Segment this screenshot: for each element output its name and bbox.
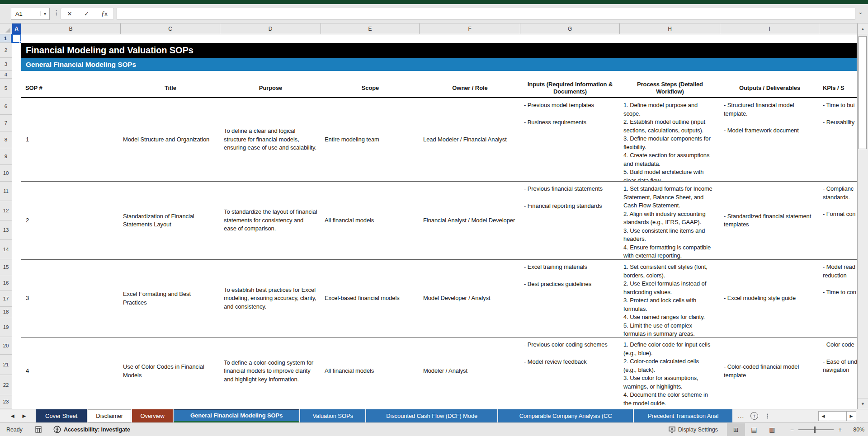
scroll-up-icon[interactable]: ▲ <box>858 23 868 34</box>
column-header-F[interactable]: F <box>420 23 520 34</box>
row-header-10[interactable]: 10 <box>0 165 12 182</box>
cell-outputs[interactable]: - Color-coded financial model template <box>720 338 819 405</box>
row-header-12[interactable]: 12 <box>0 201 12 220</box>
scroll-left-icon[interactable]: ◀ <box>819 414 828 418</box>
column-header-A[interactable]: A <box>12 23 21 34</box>
vertical-scrollbar[interactable]: ▲ ▼ <box>857 23 868 409</box>
cell-kpis[interactable]: - Model read reduction- Time to con <box>819 260 857 337</box>
row-header-6[interactable]: 6 <box>0 98 12 115</box>
sheet-tab-overview[interactable]: Overview <box>132 409 173 422</box>
cell-sop[interactable]: 2 <box>21 182 121 259</box>
row-header-11[interactable]: 11 <box>0 182 12 201</box>
row-header-5[interactable]: 5 <box>0 79 12 98</box>
row-header-19[interactable]: 19 <box>0 317 12 337</box>
cell-process[interactable]: 1. Define model purpose and scope.2. Est… <box>620 98 720 181</box>
cell-sop[interactable]: 1 <box>21 98 121 181</box>
cell-owner[interactable]: Modeler / Analyst <box>420 338 520 405</box>
row-header-17[interactable]: 17 <box>0 291 12 307</box>
zoom-level-button[interactable]: 80% <box>851 427 864 433</box>
sheet-tab-precedent-transaction-anal[interactable]: Precedent Transaction Anal <box>634 409 732 422</box>
column-header-H[interactable]: H <box>620 23 720 34</box>
row-header-15[interactable]: 15 <box>0 259 12 275</box>
zoom-out-icon[interactable]: − <box>790 426 794 433</box>
sheet-canvas[interactable]: Financial Modeling and Valuation SOPs Ge… <box>12 34 857 409</box>
zoom-thumb[interactable] <box>814 427 816 433</box>
row-header-3[interactable]: 3 <box>0 58 12 71</box>
row-header-2[interactable]: 2 <box>0 43 12 58</box>
insert-function-icon[interactable]: ƒx <box>101 10 108 18</box>
column-header-E[interactable]: E <box>321 23 420 34</box>
cell-kpis[interactable]: - Color code- Ease of und navigation <box>819 338 857 405</box>
column-header-D[interactable]: D <box>220 23 321 34</box>
cell-outputs[interactable]: - Structured financial model template.- … <box>720 98 819 181</box>
cell-sop[interactable]: 4 <box>21 338 121 405</box>
cell-inputs[interactable]: - Previous financial statements- Financi… <box>520 182 620 259</box>
cell-inputs[interactable]: - Previous color coding schemes- Model r… <box>520 338 620 405</box>
page-break-view-button[interactable]: ▥ <box>763 423 781 436</box>
row-header-16[interactable]: 16 <box>0 275 12 291</box>
cell-scope[interactable]: Excel-based financial models <box>321 260 420 337</box>
cell-purpose[interactable]: To establish best practices for Excel mo… <box>220 260 321 337</box>
sheet-tab-cover-sheet[interactable]: Cover Sheet <box>36 409 87 422</box>
tab-nav-left-icon[interactable]: ◀ <box>11 413 14 418</box>
section-subtitle-cell[interactable]: General Financial Modeling SOPs <box>21 58 857 71</box>
select-all-corner[interactable] <box>0 23 12 34</box>
row-header-8[interactable]: 8 <box>0 131 12 148</box>
cell-sop[interactable]: 3 <box>21 260 121 337</box>
scroll-right-icon[interactable]: ▶ <box>847 414 856 418</box>
cell-kpis[interactable]: - Time to bui- Reusability <box>819 98 857 181</box>
cell-purpose[interactable]: To define a color-coding system for fina… <box>220 338 321 405</box>
cell-purpose[interactable]: To standardize the layout of financial s… <box>220 182 321 259</box>
column-header-C[interactable]: C <box>121 23 220 34</box>
macro-record-icon[interactable] <box>35 426 42 433</box>
workbook-title-cell[interactable]: Financial Modeling and Valuation SOPs <box>21 43 857 58</box>
row-header-14[interactable]: 14 <box>0 240 12 259</box>
normal-view-button[interactable]: ⊞ <box>727 423 745 436</box>
row-header-23[interactable]: 23 <box>0 395 12 408</box>
cell-owner[interactable]: Financial Analyst / Model Developer <box>420 182 520 259</box>
cell-owner[interactable]: Model Developer / Analyst <box>420 260 520 337</box>
cell-inputs[interactable]: - Excel training materials- Best practic… <box>520 260 620 337</box>
add-sheet-button[interactable]: + <box>750 412 758 420</box>
tab-nav-right-icon[interactable]: ▶ <box>23 413 26 418</box>
row-header-1[interactable]: 1 <box>0 34 12 43</box>
more-sheets-ellipsis[interactable]: ... <box>738 413 744 419</box>
vertical-scrollbar-thumb[interactable] <box>859 36 867 149</box>
horizontal-scrollbar-thumb[interactable] <box>828 412 847 421</box>
sheet-options-icon[interactable]: ⋮ <box>764 413 770 419</box>
enter-icon[interactable]: ✓ <box>84 10 89 17</box>
row-header-7[interactable]: 7 <box>0 115 12 131</box>
sheet-tab-disclaimer[interactable]: Disclaimer <box>88 409 131 422</box>
cell-title[interactable]: Standardization of Financial Statements … <box>121 182 220 259</box>
page-layout-view-button[interactable]: ▤ <box>745 423 763 436</box>
accessibility-status[interactable]: Accessibility: Investigate <box>53 426 130 433</box>
row-header-20[interactable]: 20 <box>0 337 12 355</box>
zoom-track[interactable] <box>798 429 834 430</box>
formula-input[interactable] <box>117 8 855 20</box>
sheet-tab-comparable-company-analysis-cc[interactable]: Comparable Company Analysis (CC <box>498 409 633 422</box>
sheet-tab-general-financial-modeling-sops[interactable]: General Financial Modeling SOPs <box>174 409 299 422</box>
cell-scope[interactable]: All financial models <box>321 338 420 405</box>
display-settings-button[interactable]: Display Settings <box>669 427 718 433</box>
zoom-in-icon[interactable]: + <box>838 426 842 433</box>
cell-process[interactable]: 1. Set standard formats for Income State… <box>620 182 720 259</box>
chevron-down-icon[interactable]: ⌄ <box>858 9 863 15</box>
cell-owner[interactable]: Lead Modeler / Financial Analyst <box>420 98 520 181</box>
row-header-18[interactable]: 18 <box>0 307 12 317</box>
name-box[interactable]: A1 ▾ <box>11 8 50 20</box>
cell-process[interactable]: 1. Set consistent cell styles (font, bor… <box>620 260 720 337</box>
sheet-tab-discounted-cash-flow-dcf-mode[interactable]: Discounted Cash Flow (DCF) Mode <box>366 409 497 422</box>
column-header-G[interactable]: G <box>520 23 620 34</box>
scroll-down-icon[interactable]: ▼ <box>858 398 868 409</box>
cancel-icon[interactable]: ✕ <box>67 10 72 17</box>
cell-process[interactable]: 1. Define color code for input cells (e.… <box>620 338 720 405</box>
column-header-B[interactable]: B <box>21 23 121 34</box>
row-header-22[interactable]: 22 <box>0 375 12 395</box>
cell-title[interactable]: Model Structure and Organization <box>121 98 220 181</box>
cell-scope[interactable]: Entire modeling team <box>321 98 420 181</box>
cell-outputs[interactable]: - Standardized financial statement templ… <box>720 182 819 259</box>
row-header-13[interactable]: 13 <box>0 220 12 240</box>
more-options-icon[interactable]: ⋮ <box>53 9 60 16</box>
column-header-I[interactable]: I <box>720 23 819 34</box>
cell-title[interactable]: Use of Color Codes in Financial Models <box>121 338 220 405</box>
